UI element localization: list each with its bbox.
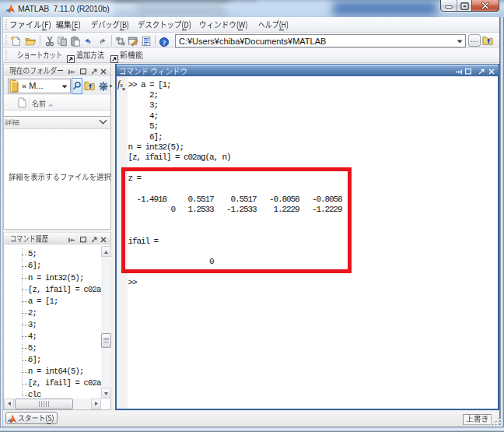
svg-text:?: ? <box>163 39 166 47</box>
